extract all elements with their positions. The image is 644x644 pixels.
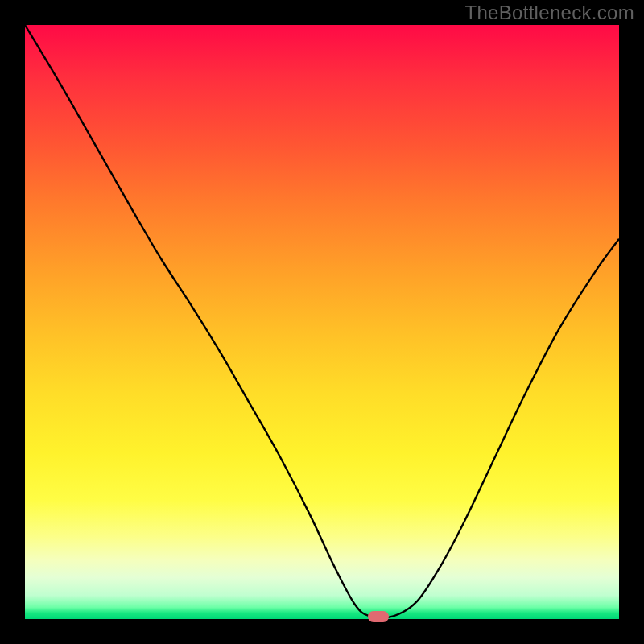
watermark-text: TheBottleneck.com (464, 2, 634, 24)
bottleneck-curve (25, 25, 619, 619)
curve-path (25, 25, 619, 617)
chart-frame: TheBottleneck.com (0, 0, 644, 644)
optimal-marker (368, 611, 389, 622)
plot-area (25, 25, 619, 619)
